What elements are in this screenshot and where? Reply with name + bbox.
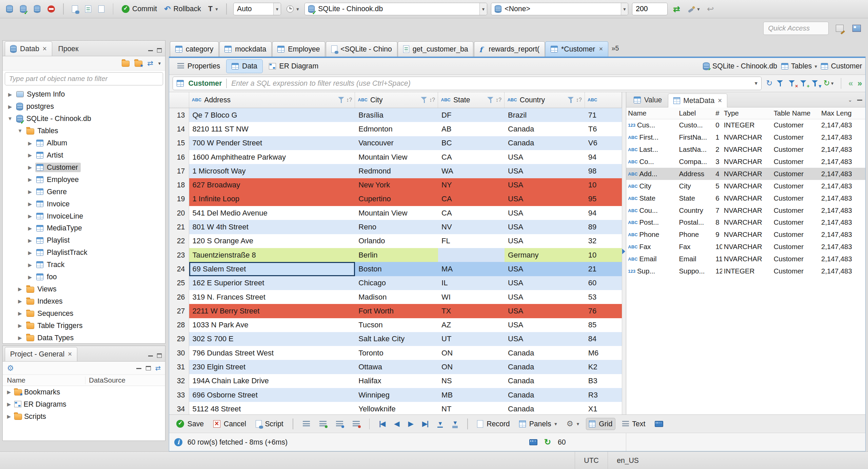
cell-postalcode[interactable]: 10 (585, 178, 622, 192)
collapse-all-icon[interactable] (122, 61, 130, 67)
new-sql-editor-button[interactable] (70, 4, 80, 14)
cell-city[interactable]: Halifax (355, 374, 438, 388)
cell-postalcode[interactable]: 32 (585, 234, 622, 248)
editor-tab[interactable]: get_customer_ba (398, 41, 473, 56)
column-header-postalcode[interactable]: ABC (585, 92, 622, 108)
table-row[interactable]: 23 Tauentzienstraße 8 Berlin Germany 10 (169, 248, 622, 262)
breadcrumb-container[interactable]: Tables ▾ (781, 62, 817, 70)
cell-country[interactable]: USA (505, 192, 585, 206)
table-row[interactable]: 33 696 Osborne Street Winnipeg MB Canada… (169, 388, 622, 402)
cell-postalcode[interactable]: 84 (585, 332, 622, 346)
shortcut-icon[interactable] (529, 439, 537, 445)
editor-tab[interactable]: <SQLite - Chino (326, 41, 397, 56)
tree-item[interactable]: ▼ Tables (3, 125, 165, 137)
table-row[interactable]: 19 1 Infinite Loop Cupertino CA USA 95 (169, 192, 622, 206)
row-number[interactable]: 33 (169, 388, 189, 402)
tab-close-icon[interactable]: × (599, 45, 603, 53)
table-row[interactable]: 27 2211 W Berry Street Fort Worth TX USA… (169, 304, 622, 318)
cell-postalcode[interactable]: 94 (585, 150, 622, 164)
tab-value[interactable]: Value (629, 93, 667, 107)
compare-dropdown[interactable]: ▾ (686, 4, 702, 14)
cell-city[interactable]: Fort Worth (355, 304, 438, 318)
column-header-datasource[interactable]: DataSource (85, 376, 125, 384)
row-number[interactable]: 30 (169, 346, 189, 360)
cell-country[interactable]: USA (505, 178, 585, 192)
metadata-row[interactable]: ABC State State 6 NVARCHAR Customer 2,14… (626, 192, 865, 204)
row-number[interactable]: 23 (169, 248, 189, 262)
chevron-down-icon[interactable]: ▾ (479, 3, 487, 15)
table-row[interactable]: 31 230 Elgin Street Ottawa ON Canada K2 (169, 360, 622, 374)
cell-country[interactable]: USA (505, 276, 585, 290)
sort-indicator[interactable]: ↕? (496, 97, 501, 103)
cell-city[interactable]: New York (355, 178, 438, 192)
expand-arrow-icon[interactable]: ▶ (27, 177, 33, 182)
settings-dropdown[interactable]: ⚙ ▾ (564, 419, 582, 430)
cell-country[interactable]: Canada (505, 402, 585, 414)
tab-database-navigator[interactable]: Datab (5, 41, 52, 56)
table-row[interactable]: 24 69 Salem Street Boston MA USA 21 (169, 262, 622, 276)
cell-city[interactable]: Tucson (355, 318, 438, 332)
cell-city[interactable]: Winnipeg (355, 388, 438, 402)
cell-state[interactable]: NS (438, 374, 505, 388)
editor-tab[interactable]: Employee (272, 41, 326, 56)
table-row[interactable]: 28 1033 N Park Ave Tucson AZ USA 85 (169, 318, 622, 332)
connect-button[interactable] (18, 4, 28, 14)
refresh-filter-icon[interactable]: ↻ (766, 79, 772, 88)
row-number[interactable]: 13 (169, 108, 189, 122)
expand-arrow-icon[interactable]: ▶ (27, 250, 33, 256)
active-schema-select[interactable]: <None> ▾ (491, 3, 628, 16)
fetch-all-button[interactable]: ▼ (450, 418, 460, 430)
cell-state[interactable]: ON (438, 346, 505, 360)
column-filter-icon[interactable] (338, 96, 345, 103)
grid-view-toggle[interactable]: Grid (586, 418, 616, 430)
panels-dropdown[interactable]: Panels ▾ (516, 418, 560, 430)
metadata-row[interactable]: ABC Post... Postal... 8 NVARCHAR Custome… (626, 217, 865, 229)
cell-address[interactable]: 541 Del Medio Avenue (189, 206, 355, 220)
row-number[interactable]: 20 (169, 206, 189, 220)
minimize-icon[interactable] (857, 99, 862, 101)
transaction-log-dropdown[interactable]: T ▾ (206, 4, 219, 14)
column-header-city[interactable]: ABC City ↕? (355, 92, 438, 108)
cell-state[interactable]: WI (438, 290, 505, 304)
cell-city[interactable]: Edmonton (355, 122, 438, 136)
expand-arrow-icon[interactable]: ▶ (17, 310, 23, 316)
row-number[interactable]: 16 (169, 150, 189, 164)
tab-close-icon[interactable] (42, 45, 46, 53)
cell-country[interactable]: USA (505, 234, 585, 248)
active-connection-select[interactable]: SQLite - Chinook.db ▾ (304, 3, 487, 16)
copy-row-button[interactable] (333, 419, 346, 429)
sort-indicator[interactable]: ↕? (346, 97, 352, 103)
tree-item[interactable]: ▶ Views (3, 283, 165, 295)
metadata-row[interactable]: ABC Cou... Country 7 NVARCHAR Customer 2… (626, 204, 865, 217)
header-max-length[interactable]: Max Length (820, 109, 852, 117)
cell-address[interactable]: 319 N. Frances Street (189, 290, 355, 304)
header-type[interactable]: Type (722, 109, 772, 117)
hidden-tabs-indicator[interactable]: »5 (612, 44, 619, 52)
metadata-row[interactable]: ABC First... FirstNa... 1 NVARCHAR Custo… (626, 131, 865, 144)
expand-arrow-icon[interactable]: ▼ (7, 116, 13, 121)
save-filter-icon[interactable]: + (800, 80, 807, 87)
cell-address[interactable]: 120 S Orange Ave (189, 234, 355, 248)
disconnect-button[interactable] (46, 4, 56, 14)
tree-item[interactable]: ▶ foo (3, 271, 165, 283)
cell-city[interactable]: Chicago (355, 276, 438, 290)
sql-filter-input[interactable]: Customer Enter a SQL expression to filte… (173, 77, 762, 90)
row-number[interactable]: 32 (169, 374, 189, 388)
header-name[interactable]: Name (626, 109, 677, 117)
undo-button[interactable]: ↩ (705, 3, 715, 15)
cell-state[interactable]: WA (438, 164, 505, 178)
expand-icon[interactable] (146, 366, 151, 370)
table-row[interactable]: 25 162 E Superior Street Chicago IL USA … (169, 276, 622, 290)
cell-postalcode[interactable]: T6 (585, 122, 622, 136)
cell-address[interactable]: 801 W 4th Street (189, 220, 355, 234)
row-number[interactable]: 27 (169, 304, 189, 318)
script-button[interactable]: Script (253, 418, 286, 430)
remove-filter-icon[interactable]: × (789, 80, 796, 87)
cell-state[interactable]: NT (438, 402, 505, 414)
view-menu-icon[interactable]: ▾ (158, 60, 161, 66)
row-number[interactable]: 18 (169, 178, 189, 192)
cell-postalcode[interactable]: 10 (585, 248, 622, 262)
cell-state[interactable]: BC (438, 136, 505, 150)
cell-postalcode[interactable]: K2 (585, 360, 622, 374)
value-viewer-button[interactable] (652, 419, 666, 429)
